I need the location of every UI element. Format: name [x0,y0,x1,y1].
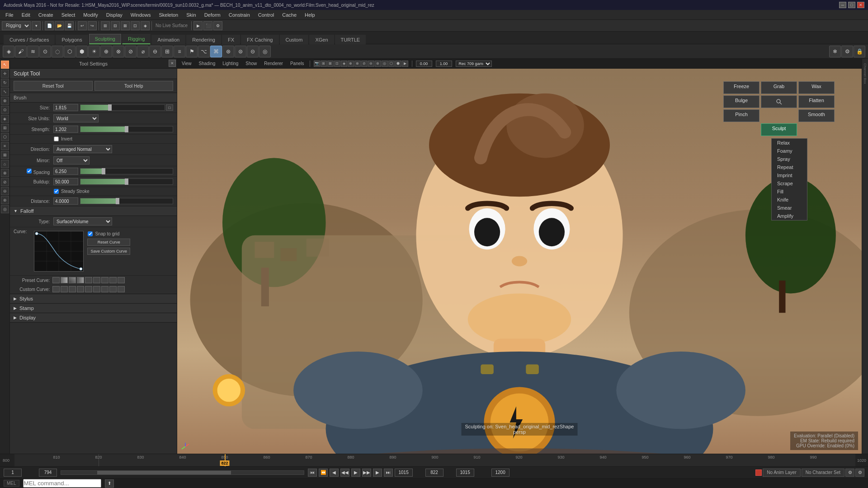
tab-rigging[interactable]: Rigging [122,34,151,44]
sculpt-icon13[interactable]: ⊞ [161,46,173,57]
lock-icon[interactable]: 🔒 [854,46,865,57]
render-btn2[interactable]: ⬛ [203,21,212,30]
preset-swatch-1[interactable] [52,277,60,283]
flatten-btn[interactable]: Flatten [798,95,835,108]
invert-checkbox[interactable] [54,136,58,141]
play-back-btn[interactable]: ◀◀ [340,469,349,477]
dd-knife[interactable]: Knife [772,196,807,204]
spacing-checkbox[interactable] [27,169,31,173]
snap-to-grid-checkbox[interactable] [88,231,93,236]
play-btn[interactable]: ▶ [351,469,360,477]
timeline[interactable]: 800 // Will be rendered inline below 810… [0,454,868,466]
menu-display[interactable]: Display [103,11,126,19]
dd-scrape[interactable]: Scrape [772,179,807,188]
step-back-btn[interactable]: ◀ [330,469,339,477]
sidebar-tool8[interactable]: ⊞ [1,124,9,132]
cam-icon13[interactable]: ⬢ [395,61,401,67]
cam-icon12[interactable]: ⬡ [388,61,395,67]
buildup-slider[interactable] [80,178,173,185]
sculpt-icon10[interactable]: ⊘ [125,46,137,57]
preset-swatch-8[interactable] [109,277,117,283]
sidebar-select[interactable]: ↖ [1,61,9,69]
sculpt-icon8[interactable]: ⊕ [100,46,112,57]
maximize-button[interactable]: □ [848,2,855,8]
menu-deform[interactable]: Deform [201,11,224,19]
sculpt-icon3[interactable]: ⊙ [39,46,51,57]
buildup-input[interactable] [53,178,78,185]
prev-frame-btn[interactable]: ⏪ [319,469,328,477]
script-editor-btn[interactable]: ⬆ [105,479,114,488]
spacing-slider[interactable] [80,168,173,174]
dd-repeat[interactable]: Repeat [772,163,807,171]
menu-modify[interactable]: Modify [80,11,101,19]
sculpt-icon20[interactable]: ◎ [259,46,271,57]
sculpt-icon4[interactable]: ◌ [52,46,63,57]
size-input[interactable] [53,104,78,111]
menu-file[interactable]: File [2,11,17,19]
dd-fill[interactable]: Fill [772,188,807,196]
custom-swatch-1[interactable] [52,286,60,292]
menu-help[interactable]: Help [301,11,319,19]
vp-menu-panels[interactable]: Panels [288,61,306,66]
sidebar-rotate[interactable]: ↻ [1,79,9,87]
out-range-input[interactable] [456,469,474,477]
menu-windows[interactable]: Windows [127,11,155,19]
vp-menu-shading[interactable]: Shading [197,61,217,66]
menu-skeleton[interactable]: Skeleton [155,11,182,19]
select-icon-btn[interactable]: ◈ [3,46,14,57]
preset-swatch-5[interactable] [85,277,92,283]
sculpt-icon5[interactable]: ⬡ [64,46,75,57]
gamma-input[interactable] [436,61,452,67]
pinch-btn[interactable]: Pinch [723,109,760,122]
mel-label[interactable]: MEL [4,480,19,487]
cam-icon4[interactable]: ⊡ [334,61,340,67]
bulge-btn[interactable]: Bulge [723,95,760,108]
curve-canvas[interactable] [34,231,84,272]
sculpt-icon19[interactable]: ⊝ [247,46,259,57]
sidebar-move[interactable]: ✛ [1,70,9,78]
dd-smear[interactable]: Smear [772,204,807,212]
preset-swatch-6[interactable] [93,277,100,283]
tab-fx[interactable]: FX [222,35,240,44]
mode-dropdown[interactable]: Rigging [2,21,31,30]
vp-menu-renderer[interactable]: Renderer [262,61,285,66]
tab-fx-caching[interactable]: FX Caching [241,35,278,44]
falloff-type-dropdown[interactable]: Surface/Volume [53,217,112,225]
falloff-header[interactable]: ▼ Falloff [10,206,177,216]
dd-relax[interactable]: Relax [772,139,807,147]
minimize-button[interactable]: ─ [839,2,846,8]
tab-custom[interactable]: Custom [280,35,309,44]
tab-xgen[interactable]: XGen [309,35,334,44]
tab-curves-surfaces[interactable]: Curves / Surfaces [4,35,55,44]
custom-swatch-8[interactable] [109,286,117,292]
reset-tool-button[interactable]: Reset Tool [14,81,93,91]
menu-create[interactable]: Create [35,11,57,19]
sculpt-icon11[interactable]: ⌀ [137,46,149,57]
sidebar-tool10[interactable]: ≡ [1,142,9,150]
reset-curve-button[interactable]: Reset Curve [87,239,130,246]
sculpt-icon18[interactable]: ⊜ [235,46,246,57]
display-header[interactable]: ▶ Display [10,313,177,322]
preset-swatch-3[interactable] [69,277,76,283]
dd-imprint[interactable]: Imprint [772,171,807,179]
custom-swatch-4[interactable] [77,286,84,292]
direction-dropdown[interactable]: Averaged Normal [53,145,112,153]
cam-icon5[interactable]: ◈ [341,61,347,67]
menu-control[interactable]: Control [255,11,278,19]
exposure-input[interactable] [416,61,432,67]
preset-swatch-9[interactable] [118,277,125,283]
sculpt-icon6[interactable]: ⬢ [76,46,88,57]
save-custom-curve-button[interactable]: Save Custom Curve [87,248,130,255]
tab-sculpting[interactable]: Sculpting [89,34,121,44]
distance-input[interactable] [53,197,78,205]
snap5-btn[interactable]: ◈ [141,21,150,30]
sculpt-icon15[interactable]: ⚑ [186,46,198,57]
current-frame-input[interactable] [425,469,443,477]
go-to-end-btn[interactable]: ⏭ [384,469,393,477]
sculpt-icon2[interactable]: ≋ [27,46,39,57]
sidebar-tool15[interactable]: ⊖ [1,187,9,195]
redo-btn[interactable]: ↪ [88,21,97,30]
start-range-input[interactable] [39,469,57,477]
sculpt-icon14[interactable]: ≡ [174,46,185,57]
tab-rendering[interactable]: Rendering [186,35,221,44]
